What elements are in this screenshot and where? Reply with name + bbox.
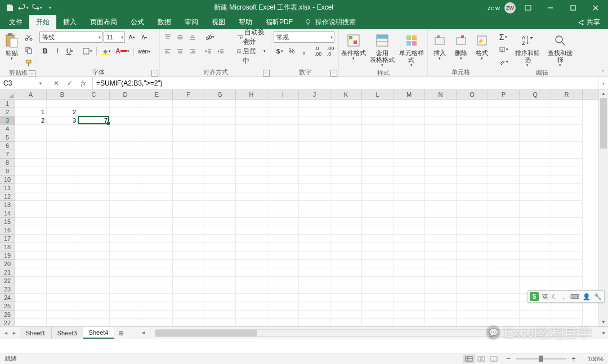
align-right-icon[interactable] xyxy=(187,46,198,57)
cell-E26[interactable] xyxy=(141,311,173,319)
cell-Q5[interactable] xyxy=(520,133,551,142)
cell-K22[interactable] xyxy=(330,277,362,285)
cell-E9[interactable] xyxy=(141,167,173,176)
cell-C11[interactable] xyxy=(78,184,110,192)
cell-G26[interactable] xyxy=(204,311,236,319)
cell-G9[interactable] xyxy=(204,167,236,176)
cell-R2[interactable] xyxy=(551,108,583,116)
page-break-view-icon[interactable] xyxy=(488,354,500,363)
cell-L7[interactable] xyxy=(362,150,394,159)
format-as-table-button[interactable]: 套用 表格格式▾ xyxy=(369,32,396,69)
cell-O2[interactable] xyxy=(457,108,488,116)
cell-O11[interactable] xyxy=(457,184,488,192)
cell-G24[interactable] xyxy=(204,294,236,302)
normal-view-icon[interactable] xyxy=(463,354,475,363)
cell-L9[interactable] xyxy=(362,167,394,176)
undo-icon[interactable]: ▾ xyxy=(17,2,29,14)
cell-B16[interactable] xyxy=(47,226,78,235)
align-bottom-icon[interactable] xyxy=(187,32,198,43)
cell-N2[interactable] xyxy=(425,108,457,116)
cell-B5[interactable] xyxy=(47,133,78,142)
cell-K8[interactable] xyxy=(330,159,362,167)
cell-P21[interactable] xyxy=(488,268,520,277)
cell-L18[interactable] xyxy=(362,243,394,251)
ime-user-icon[interactable]: 👤 xyxy=(583,293,591,300)
cell-F15[interactable] xyxy=(173,218,204,226)
cancel-formula-icon[interactable]: ✕ xyxy=(50,79,63,87)
expand-formula-bar-icon[interactable]: ▾ xyxy=(598,77,608,89)
cell-C19[interactable] xyxy=(78,251,110,260)
share-button[interactable]: 共享 xyxy=(570,15,608,29)
row-header-20[interactable]: 20 xyxy=(0,260,15,268)
cell-K15[interactable] xyxy=(330,218,362,226)
cell-F1[interactable] xyxy=(173,100,204,108)
cell-B14[interactable] xyxy=(47,209,78,218)
cell-B19[interactable] xyxy=(47,251,78,260)
cell-D19[interactable] xyxy=(110,251,141,260)
cell-P3[interactable] xyxy=(488,116,520,125)
cell-P10[interactable] xyxy=(488,176,520,184)
cell-N26[interactable] xyxy=(425,311,457,319)
cell-O15[interactable] xyxy=(457,218,488,226)
column-header-G[interactable]: G xyxy=(204,90,236,99)
cell-R14[interactable] xyxy=(551,209,583,218)
cell-N13[interactable] xyxy=(425,201,457,209)
cell-H21[interactable] xyxy=(236,268,267,277)
cell-A25[interactable] xyxy=(15,302,47,311)
cell-R6[interactable] xyxy=(551,142,583,150)
tab-home[interactable]: 开始 xyxy=(29,15,56,29)
cell-G1[interactable] xyxy=(204,100,236,108)
fill-color-icon[interactable]: ▾ xyxy=(99,46,113,57)
cell-N21[interactable] xyxy=(425,268,457,277)
scroll-up-icon[interactable]: ▲ xyxy=(599,90,608,98)
comma-format-icon[interactable]: , xyxy=(298,46,310,57)
cell-I24[interactable] xyxy=(267,294,299,302)
cell-E3[interactable] xyxy=(141,116,173,125)
cell-D20[interactable] xyxy=(110,260,141,268)
cell-H6[interactable] xyxy=(236,142,267,150)
row-header-24[interactable]: 24 xyxy=(0,294,15,302)
cell-K18[interactable] xyxy=(330,243,362,251)
cell-G23[interactable] xyxy=(204,285,236,294)
cell-N10[interactable] xyxy=(425,176,457,184)
cell-A16[interactable] xyxy=(15,226,47,235)
cell-R25[interactable] xyxy=(551,302,583,311)
cell-E7[interactable] xyxy=(141,150,173,159)
tab-formulas[interactable]: 公式 xyxy=(124,15,151,29)
cell-R12[interactable] xyxy=(551,192,583,201)
cell-D14[interactable] xyxy=(110,209,141,218)
column-header-A[interactable]: A xyxy=(15,90,47,99)
column-header-B[interactable]: B xyxy=(47,90,78,99)
cell-O8[interactable] xyxy=(457,159,488,167)
cell-C25[interactable] xyxy=(78,302,110,311)
cell-E2[interactable] xyxy=(141,108,173,116)
cell-B27[interactable] xyxy=(47,319,78,326)
cell-B2[interactable]: 2 xyxy=(47,108,78,116)
align-left-icon[interactable] xyxy=(162,46,173,57)
cell-F21[interactable] xyxy=(173,268,204,277)
tab-insert[interactable]: 插入 xyxy=(56,15,83,29)
cell-N5[interactable] xyxy=(425,133,457,142)
cell-C17[interactable] xyxy=(78,235,110,243)
cell-M22[interactable] xyxy=(394,277,425,285)
cell-G13[interactable] xyxy=(204,201,236,209)
ime-comma-icon[interactable]: ， xyxy=(561,293,567,301)
cell-Q9[interactable] xyxy=(520,167,551,176)
cell-F23[interactable] xyxy=(173,285,204,294)
cell-I15[interactable] xyxy=(267,218,299,226)
cell-M8[interactable] xyxy=(394,159,425,167)
cell-R20[interactable] xyxy=(551,260,583,268)
cell-P17[interactable] xyxy=(488,235,520,243)
hscroll-thumb[interactable] xyxy=(155,330,257,336)
cell-M27[interactable] xyxy=(394,319,425,326)
align-top-icon[interactable] xyxy=(162,32,173,43)
cell-M24[interactable] xyxy=(394,294,425,302)
cell-C22[interactable] xyxy=(78,277,110,285)
account-name[interactable]: zc w xyxy=(488,5,500,11)
cell-C7[interactable] xyxy=(78,150,110,159)
cell-H25[interactable] xyxy=(236,302,267,311)
row-header-13[interactable]: 13 xyxy=(0,201,15,209)
cell-M9[interactable] xyxy=(394,167,425,176)
cell-L24[interactable] xyxy=(362,294,394,302)
cell-A20[interactable] xyxy=(15,260,47,268)
